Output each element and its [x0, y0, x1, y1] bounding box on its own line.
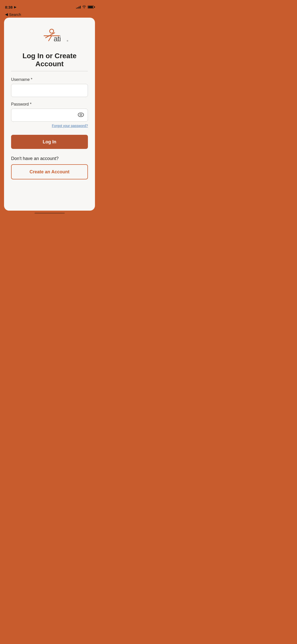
- back-chevron-icon: ◀: [5, 12, 8, 17]
- login-button[interactable]: Log In: [11, 135, 88, 149]
- nav-bar: ◀ Search: [0, 11, 99, 18]
- svg-text:ati: ati: [54, 35, 61, 43]
- wifi-icon: [82, 5, 86, 9]
- password-wrapper: [11, 109, 88, 122]
- status-left: 8:38 ▶: [5, 5, 16, 9]
- eye-icon: [78, 113, 84, 117]
- svg-text:®: ®: [67, 40, 68, 42]
- back-button[interactable]: ◀ Search: [5, 12, 21, 17]
- svg-point-0: [50, 29, 54, 33]
- login-card: ati ® Log In or Create Account Username …: [4, 18, 95, 211]
- status-right: [76, 5, 94, 9]
- logo-area: ati ®: [11, 26, 88, 46]
- status-bar: 8:38 ▶: [0, 0, 99, 11]
- toggle-password-button[interactable]: [77, 112, 85, 119]
- password-label: Password *: [11, 102, 88, 107]
- password-input[interactable]: [11, 109, 88, 122]
- create-account-button[interactable]: Create an Account: [11, 164, 88, 179]
- status-time: 8:38: [5, 5, 13, 9]
- svg-point-6: [78, 113, 84, 117]
- battery-icon: [88, 6, 94, 9]
- password-group: Password * Forgot your password?: [11, 102, 88, 128]
- no-account-text: Don't have an account?: [11, 156, 88, 161]
- svg-line-3: [49, 36, 52, 41]
- forgot-password-link[interactable]: Forgot your password?: [11, 124, 88, 128]
- title-divider: [11, 71, 88, 71]
- svg-point-7: [80, 114, 82, 116]
- ati-logo: ati ®: [29, 26, 70, 46]
- home-indicator: [0, 211, 99, 215]
- page-title: Log In or Create Account: [11, 52, 88, 68]
- location-icon: ▶: [14, 5, 16, 9]
- svg-line-2: [46, 33, 55, 38]
- username-group: Username *: [11, 77, 88, 97]
- username-input[interactable]: [11, 84, 88, 97]
- username-label: Username *: [11, 77, 88, 82]
- signal-bars-icon: [76, 6, 81, 9]
- back-label: Search: [9, 12, 21, 17]
